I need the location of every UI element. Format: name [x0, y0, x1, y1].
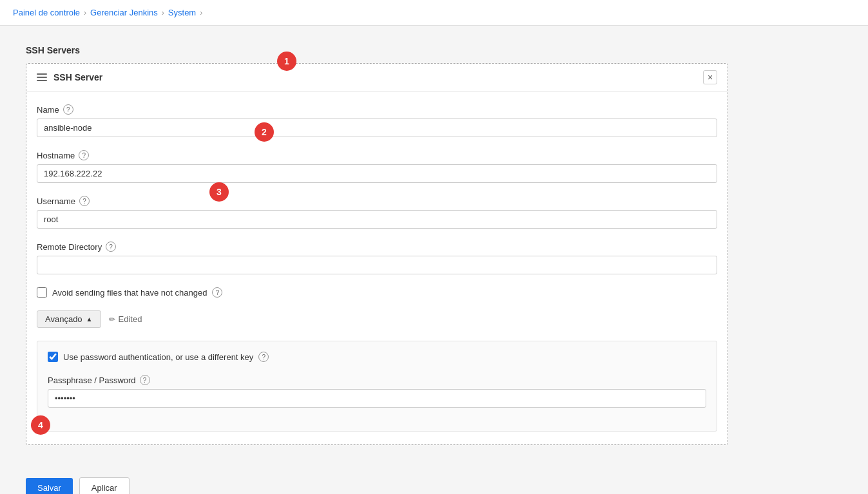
- hostname-input[interactable]: [37, 164, 717, 183]
- remote-directory-input[interactable]: [37, 256, 717, 274]
- username-help-icon[interactable]: ?: [79, 196, 90, 206]
- breadcrumb-sep-1: ›: [84, 8, 86, 17]
- apply-button[interactable]: Aplicar: [79, 477, 130, 494]
- close-card-button[interactable]: ×: [703, 70, 717, 84]
- password-auth-label[interactable]: Use password authentication, or use a di…: [63, 352, 253, 362]
- advanced-section: Use password authentication, or use a di…: [37, 341, 717, 432]
- advanced-button-label: Avançado: [45, 314, 82, 324]
- action-bar: Salvar Aplicar: [0, 464, 868, 494]
- name-help-icon[interactable]: ?: [63, 104, 73, 115]
- breadcrumb-sep-3: ›: [200, 8, 202, 17]
- name-field-group: Name ?: [37, 104, 717, 137]
- breadcrumb-sep-2: ›: [162, 8, 164, 17]
- breadcrumb: Painel de controle › Gerenciar Jenkins ›…: [0, 0, 868, 26]
- ssh-card-header-left: SSH Server: [37, 72, 102, 82]
- passphrase-label: Passphrase / Password ?: [48, 375, 706, 385]
- save-button[interactable]: Salvar: [26, 478, 73, 494]
- password-auth-checkbox-group: Use password authentication, or use a di…: [48, 352, 706, 362]
- advanced-button[interactable]: Avançado ▲: [37, 310, 101, 328]
- remote-directory-field-group: Remote Directory ?: [37, 242, 717, 274]
- ssh-server-card: SSH Server × Name ? Hostname: [26, 63, 728, 445]
- passphrase-field-group: Passphrase / Password ?: [48, 375, 706, 408]
- advanced-row: Avançado ▲ ✏ Edited: [37, 310, 717, 328]
- password-auth-help-icon[interactable]: ?: [258, 352, 269, 362]
- hostname-help-icon[interactable]: ?: [79, 150, 89, 160]
- avoid-sending-checkbox-group: Avoid sending files that have not change…: [37, 287, 717, 298]
- avoid-sending-checkbox[interactable]: [37, 287, 47, 298]
- name-input[interactable]: [37, 119, 717, 137]
- username-label: Username ?: [37, 196, 717, 206]
- drag-handle-icon[interactable]: [37, 73, 47, 81]
- hostname-label: Hostname ?: [37, 150, 717, 160]
- ssh-card-title: SSH Server: [53, 72, 102, 82]
- passphrase-help-icon[interactable]: ?: [140, 375, 150, 385]
- edited-badge: ✏ Edited: [109, 314, 142, 324]
- chevron-up-icon: ▲: [86, 316, 93, 323]
- ssh-card-body: Name ? Hostname ? Username: [26, 91, 728, 444]
- username-field-group: Username ?: [37, 196, 717, 229]
- username-input[interactable]: [37, 210, 717, 229]
- name-label: Name ?: [37, 104, 717, 115]
- section-title: SSH Servers: [26, 45, 842, 55]
- breadcrumb-system[interactable]: System: [168, 8, 196, 17]
- ssh-card-header: SSH Server ×: [26, 64, 728, 91]
- remote-directory-label: Remote Directory ?: [37, 242, 717, 252]
- pencil-icon: ✏: [109, 315, 115, 324]
- remote-directory-help-icon[interactable]: ?: [106, 242, 116, 252]
- breadcrumb-manage[interactable]: Gerenciar Jenkins: [90, 8, 158, 17]
- edited-label: Edited: [119, 314, 142, 324]
- password-auth-checkbox[interactable]: [48, 352, 58, 362]
- avoid-sending-label[interactable]: Avoid sending files that have not change…: [52, 288, 207, 298]
- passphrase-input[interactable]: [48, 389, 706, 408]
- breadcrumb-home[interactable]: Painel de controle: [13, 8, 80, 17]
- avoid-sending-help-icon[interactable]: ?: [212, 287, 222, 298]
- hostname-field-group: Hostname ?: [37, 150, 717, 183]
